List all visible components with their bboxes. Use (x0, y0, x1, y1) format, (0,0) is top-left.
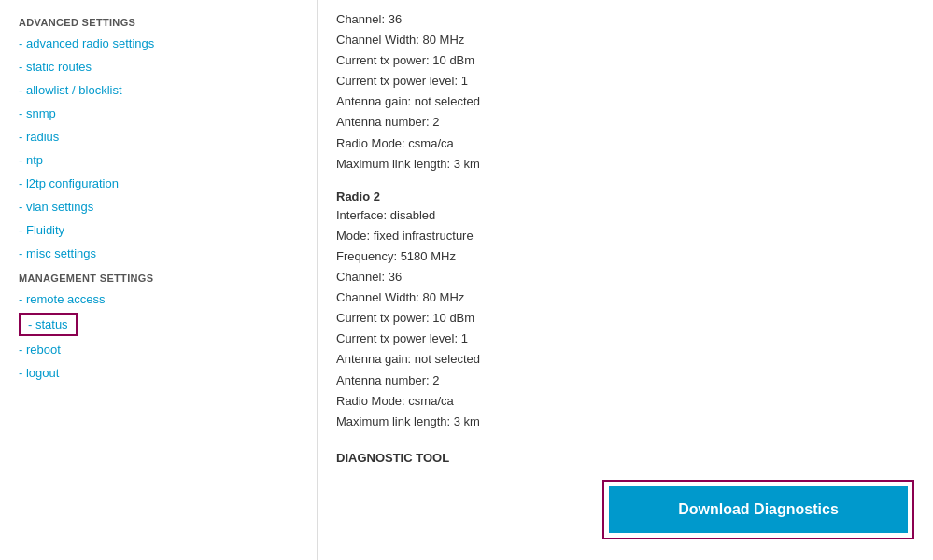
sidebar-item-ntp[interactable]: - ntp (9, 148, 317, 172)
sidebar: ADVANCED SETTINGS - advanced radio setti… (0, 0, 318, 560)
sidebar-item-radius[interactable]: - radius (9, 125, 317, 148)
radio1-line-4: Channel Width: 80 MHz (336, 287, 914, 308)
above-line-0: Channel: 36 (336, 9, 914, 30)
sidebar-item-reboot[interactable]: - reboot (9, 338, 317, 361)
sidebar-item-static-routes[interactable]: - static routes (9, 55, 317, 78)
radio1-info: Interface: disabled Mode: fixed infrastr… (336, 205, 914, 432)
download-diagnostics-button[interactable]: Download Diagnostics (609, 486, 908, 533)
radio1-line-10: Maximum link length: 3 km (336, 412, 914, 432)
above-line-4: Antenna gain: not selected (336, 91, 914, 112)
above-line-6: Radio Mode: csma/ca (336, 133, 914, 154)
sidebar-item-misc-settings[interactable]: - misc settings (9, 242, 317, 265)
advanced-settings-title: ADVANCED SETTINGS (9, 9, 317, 32)
radio1-title: Radio 2 (336, 189, 914, 203)
above-line-7: Maximum link length: 3 km (336, 154, 914, 175)
sidebar-item-vlan-settings[interactable]: - vlan settings (9, 195, 317, 218)
radio1-line-2: Frequency: 5180 MHz (336, 246, 914, 267)
above-line-1: Channel Width: 80 MHz (336, 30, 914, 50)
management-settings-title: MANAGEMENT SETTINGS (9, 265, 317, 287)
diagnostic-tool-heading: DIAGNOSTIC TOOL (336, 451, 914, 465)
sidebar-item-snmp[interactable]: - snmp (9, 102, 317, 125)
main-content: Channel: 36 Channel Width: 80 MHz Curren… (318, 0, 933, 560)
sidebar-item-remote-access[interactable]: - remote access (9, 287, 317, 311)
radio1-line-7: Antenna gain: not selected (336, 349, 914, 370)
sidebar-item-status[interactable]: - status (19, 313, 78, 336)
above-radio1-info: Channel: 36 Channel Width: 80 MHz Curren… (336, 9, 914, 175)
above-line-5: Antenna number: 2 (336, 112, 914, 133)
radio1-line-0: Interface: disabled (336, 205, 914, 226)
radio1-line-6: Current tx power level: 1 (336, 329, 914, 349)
download-btn-border: Download Diagnostics (602, 480, 914, 539)
radio1-line-9: Radio Mode: csma/ca (336, 391, 914, 412)
download-btn-wrapper: Download Diagnostics (336, 480, 914, 539)
radio1-line-5: Current tx power: 10 dBm (336, 308, 914, 329)
above-line-3: Current tx power level: 1 (336, 71, 914, 91)
sidebar-item-logout[interactable]: - logout (9, 361, 317, 385)
sidebar-item-l2tp-configuration[interactable]: - l2tp configuration (9, 172, 317, 195)
radio1-line-8: Antenna number: 2 (336, 371, 914, 391)
radio1-line-3: Channel: 36 (336, 267, 914, 287)
radio1-line-1: Mode: fixed infrastructure (336, 226, 914, 246)
sidebar-item-allowlist-blocklist[interactable]: - allowlist / blocklist (9, 78, 317, 102)
sidebar-item-fluidity[interactable]: - Fluidity (9, 218, 317, 242)
above-line-2: Current tx power: 10 dBm (336, 50, 914, 71)
sidebar-item-advanced-radio-settings[interactable]: - advanced radio settings (9, 32, 317, 55)
